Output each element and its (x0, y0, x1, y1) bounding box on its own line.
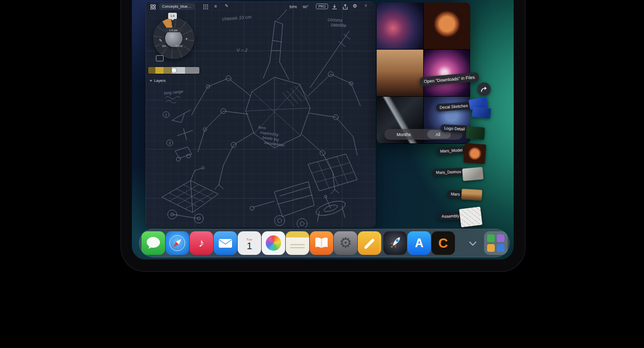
thumb-decal-2 (472, 106, 491, 119)
annotation-number-2: 2 (165, 113, 167, 117)
dock: ♪ Tue 1 ⚙ (139, 229, 510, 257)
dock-app-library[interactable] (484, 231, 508, 255)
drag-item-mars-model[interactable]: Mars_Model (436, 146, 467, 155)
dock-app-books[interactable] (310, 231, 333, 255)
layers-label: Layers (154, 78, 166, 83)
annotation-number-3: 3 (169, 141, 171, 145)
appstore-a-icon: A (415, 236, 424, 250)
opacity-max-label: 100% (175, 45, 182, 48)
thumb-mars (461, 189, 482, 201)
settings-gear-icon-dock: ⚙ (339, 236, 352, 250)
selected-color-marker (172, 68, 176, 73)
annotation-comms-2: satellite (331, 22, 347, 28)
share-forward-button[interactable] (477, 82, 491, 96)
safari-compass-icon (166, 231, 189, 255)
dock-app-appstore[interactable]: A (407, 231, 431, 255)
segment-months[interactable]: Months (397, 132, 411, 137)
dock-app-concepts[interactable]: C (431, 231, 455, 255)
share-icon[interactable] (342, 4, 348, 10)
help-icon[interactable]: ? (364, 4, 366, 8)
dock-app-calendar[interactable]: Tue 1 (238, 231, 261, 255)
ipad-screen-wallpaper: chassis 10 cm comms satellite V = 2 long… (132, 0, 514, 259)
color-swatch-olive[interactable] (164, 67, 172, 74)
calendar-day: 1 (247, 241, 252, 251)
concepts-app-window[interactable]: chassis 10 cm comms satellite V = 2 long… (146, 2, 376, 228)
photo-mars-landscape[interactable] (377, 50, 423, 96)
segment-all[interactable]: All (435, 132, 440, 137)
mail-envelope-icon (214, 231, 237, 255)
zoom-level[interactable]: 59% (289, 5, 297, 9)
photo-grid (377, 3, 470, 143)
thumb-assembly (459, 207, 482, 228)
thumb-mars-model (464, 143, 487, 164)
notes-lines-icon (290, 244, 305, 245)
annotation-long-range: long range (164, 89, 183, 96)
brush-size-flag: 1.6 (168, 13, 177, 19)
dock-app-safari[interactable] (166, 231, 189, 255)
pro-badge[interactable]: PRO (316, 4, 328, 9)
photos-app-window: Months All (377, 3, 470, 144)
rocket-icon (383, 231, 407, 255)
layers-button[interactable]: ≡ Layers (150, 78, 166, 83)
dock-app-rocket[interactable] (383, 231, 407, 255)
nib-icon[interactable]: ✎ (159, 38, 163, 43)
dock-app-markup[interactable] (358, 231, 381, 255)
photos-flower-icon (266, 235, 281, 251)
document-title[interactable]: Concepts_blue… (159, 3, 195, 10)
canvas-rotation[interactable]: 90° (303, 5, 308, 9)
opacity-min-label: 0% (162, 45, 166, 48)
dock-app-photos[interactable] (262, 231, 285, 255)
pencil-icon (358, 231, 381, 255)
canvas-ratio-icon[interactable] (156, 55, 164, 61)
annotation-velocity: V = 2 (237, 48, 247, 53)
thumb-logo-detail (466, 126, 485, 140)
music-note-icon: ♪ (199, 236, 204, 250)
forward-arrow-icon (480, 86, 488, 93)
layers-icon: ≡ (150, 78, 152, 83)
brush-size-label: 1.6 pts (164, 28, 183, 32)
color-swatch-yellow[interactable] (155, 67, 164, 74)
photo-nebula-pink[interactable] (377, 3, 423, 49)
ipad-device: chassis 10 cm comms satellite V = 2 long… (121, 0, 525, 271)
apps-grid-icon[interactable] (150, 4, 156, 10)
dock-app-mail[interactable] (214, 231, 237, 255)
drag-item-mars-deimos[interactable]: Mars_Deimos (432, 168, 465, 177)
photo-mars-planet[interactable] (424, 3, 470, 49)
contrast-icon[interactable]: ◐ (186, 36, 188, 41)
messages-bubble-icon (142, 231, 165, 255)
menu-icon[interactable]: ≡ (214, 4, 217, 9)
color-swatch-gray[interactable] (185, 67, 199, 74)
settings-gear-icon[interactable]: ⚙ (353, 3, 357, 9)
dock-app-notes[interactable] (286, 231, 309, 255)
app-library-mini-green (487, 234, 495, 242)
dock-app-messages[interactable] (142, 231, 165, 255)
concepts-c-icon: C (439, 235, 448, 251)
annotation-chassis: chassis 10 cm (222, 14, 251, 21)
annotation-note-1: form (258, 125, 266, 130)
thumb-mars-deimos (462, 167, 484, 181)
dock-app-settings[interactable]: ⚙ (334, 231, 357, 255)
import-icon[interactable] (332, 4, 337, 10)
dock-separator (379, 234, 380, 252)
dock-app-music[interactable]: ♪ (190, 231, 213, 255)
app-library-grid-icon (484, 231, 508, 255)
app-library-mini-purple (497, 234, 504, 242)
dock-chevron-down-icon[interactable] (469, 240, 477, 246)
color-swatch-dark-gold[interactable] (148, 67, 155, 74)
app-library-mini-orange (487, 244, 495, 252)
books-open-book-icon (310, 231, 333, 255)
app-library-mini-blue (497, 244, 504, 252)
drag-item-logo-detail[interactable]: Logo Detail (441, 124, 469, 134)
grid-dots-icon[interactable] (203, 4, 209, 10)
stylus-icon[interactable]: ✎ (225, 4, 228, 8)
